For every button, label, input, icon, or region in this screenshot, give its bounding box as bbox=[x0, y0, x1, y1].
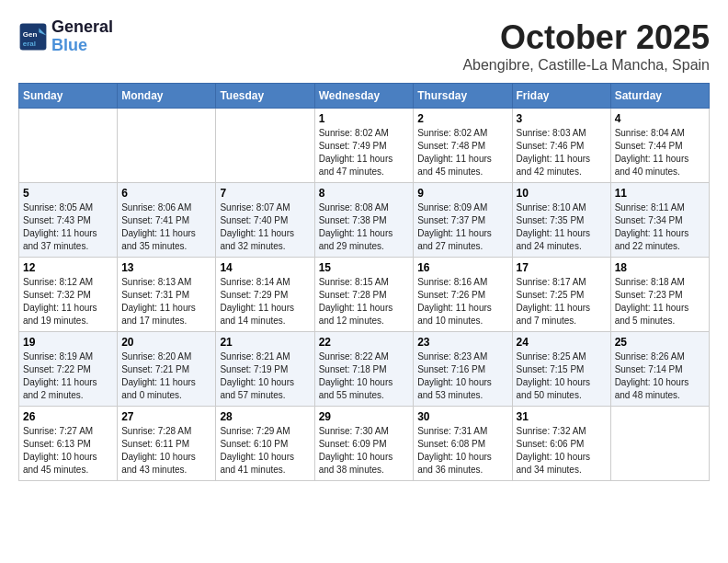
logo: Gen eral General Blue bbox=[18, 18, 113, 55]
day-number: 20 bbox=[121, 336, 211, 349]
calendar-cell: 10Sunrise: 8:10 AM Sunset: 7:35 PM Dayli… bbox=[512, 183, 610, 258]
weekday-header-wednesday: Wednesday bbox=[314, 84, 414, 109]
calendar-cell: 14Sunrise: 8:14 AM Sunset: 7:29 PM Dayli… bbox=[216, 258, 314, 332]
day-info: Sunrise: 8:05 AM Sunset: 7:43 PM Dayligh… bbox=[23, 201, 113, 253]
calendar-cell: 31Sunrise: 7:32 AM Sunset: 6:06 PM Dayli… bbox=[512, 407, 610, 481]
day-number: 14 bbox=[220, 261, 310, 274]
day-info: Sunrise: 8:09 AM Sunset: 7:37 PM Dayligh… bbox=[417, 201, 507, 253]
logo-text-line1: General bbox=[51, 18, 113, 37]
day-info: Sunrise: 8:20 AM Sunset: 7:21 PM Dayligh… bbox=[121, 350, 211, 402]
day-number: 12 bbox=[23, 261, 113, 274]
location-subtitle: Abengibre, Castille-La Mancha, Spain bbox=[462, 57, 710, 74]
day-number: 6 bbox=[121, 187, 211, 200]
calendar-cell: 27Sunrise: 7:28 AM Sunset: 6:11 PM Dayli… bbox=[118, 407, 216, 481]
calendar-cell: 30Sunrise: 7:31 AM Sunset: 6:08 PM Dayli… bbox=[414, 407, 512, 481]
day-number: 24 bbox=[517, 336, 607, 349]
logo-text-line2: Blue bbox=[51, 37, 113, 55]
calendar-cell: 28Sunrise: 7:29 AM Sunset: 6:10 PM Dayli… bbox=[216, 407, 314, 481]
weekday-header-sunday: Sunday bbox=[19, 84, 118, 109]
calendar-cell: 15Sunrise: 8:15 AM Sunset: 7:28 PM Dayli… bbox=[314, 258, 414, 332]
day-number: 1 bbox=[319, 112, 410, 125]
calendar-cell: 9Sunrise: 8:09 AM Sunset: 7:37 PM Daylig… bbox=[414, 183, 512, 258]
day-info: Sunrise: 7:30 AM Sunset: 6:09 PM Dayligh… bbox=[319, 425, 410, 477]
day-number: 28 bbox=[220, 410, 310, 423]
day-number: 22 bbox=[319, 336, 410, 349]
day-number: 13 bbox=[121, 261, 211, 274]
calendar-cell: 2Sunrise: 8:02 AM Sunset: 7:48 PM Daylig… bbox=[414, 109, 512, 183]
day-info: Sunrise: 8:03 AM Sunset: 7:46 PM Dayligh… bbox=[517, 127, 607, 178]
calendar-cell: 1Sunrise: 8:02 AM Sunset: 7:49 PM Daylig… bbox=[314, 109, 414, 183]
day-info: Sunrise: 8:16 AM Sunset: 7:26 PM Dayligh… bbox=[417, 276, 507, 327]
calendar-cell bbox=[216, 109, 314, 183]
day-number: 26 bbox=[23, 410, 113, 423]
day-info: Sunrise: 8:23 AM Sunset: 7:16 PM Dayligh… bbox=[417, 350, 507, 402]
day-info: Sunrise: 7:27 AM Sunset: 6:13 PM Dayligh… bbox=[23, 425, 113, 477]
day-number: 25 bbox=[615, 336, 705, 349]
calendar-cell: 16Sunrise: 8:16 AM Sunset: 7:26 PM Dayli… bbox=[414, 258, 512, 332]
day-number: 7 bbox=[220, 187, 310, 200]
calendar-cell: 12Sunrise: 8:12 AM Sunset: 7:32 PM Dayli… bbox=[19, 258, 118, 332]
day-info: Sunrise: 8:02 AM Sunset: 7:48 PM Dayligh… bbox=[417, 127, 507, 178]
day-info: Sunrise: 8:06 AM Sunset: 7:41 PM Dayligh… bbox=[121, 201, 211, 253]
calendar-cell bbox=[19, 109, 118, 183]
day-info: Sunrise: 8:07 AM Sunset: 7:40 PM Dayligh… bbox=[220, 201, 310, 253]
calendar-cell: 22Sunrise: 8:22 AM Sunset: 7:18 PM Dayli… bbox=[314, 332, 414, 407]
calendar-table: SundayMondayTuesdayWednesdayThursdayFrid… bbox=[18, 83, 710, 481]
day-info: Sunrise: 8:10 AM Sunset: 7:35 PM Dayligh… bbox=[517, 201, 607, 253]
day-number: 29 bbox=[319, 410, 410, 423]
calendar-cell: 13Sunrise: 8:13 AM Sunset: 7:31 PM Dayli… bbox=[118, 258, 216, 332]
day-info: Sunrise: 8:18 AM Sunset: 7:23 PM Dayligh… bbox=[615, 276, 705, 327]
day-info: Sunrise: 8:14 AM Sunset: 7:29 PM Dayligh… bbox=[220, 276, 310, 327]
day-info: Sunrise: 7:31 AM Sunset: 6:08 PM Dayligh… bbox=[417, 425, 507, 477]
weekday-header-friday: Friday bbox=[512, 84, 610, 109]
day-number: 23 bbox=[417, 336, 507, 349]
day-number: 17 bbox=[517, 261, 607, 274]
calendar-cell: 20Sunrise: 8:20 AM Sunset: 7:21 PM Dayli… bbox=[118, 332, 216, 407]
calendar-cell: 23Sunrise: 8:23 AM Sunset: 7:16 PM Dayli… bbox=[414, 332, 512, 407]
day-number: 18 bbox=[615, 261, 705, 274]
calendar-cell: 6Sunrise: 8:06 AM Sunset: 7:41 PM Daylig… bbox=[118, 183, 216, 258]
calendar-cell: 11Sunrise: 8:11 AM Sunset: 7:34 PM Dayli… bbox=[610, 183, 709, 258]
day-number: 16 bbox=[417, 261, 507, 274]
day-number: 21 bbox=[220, 336, 310, 349]
day-number: 31 bbox=[517, 410, 607, 423]
calendar-cell: 26Sunrise: 7:27 AM Sunset: 6:13 PM Dayli… bbox=[19, 407, 118, 481]
weekday-header-saturday: Saturday bbox=[610, 84, 709, 109]
weekday-header-tuesday: Tuesday bbox=[216, 84, 314, 109]
calendar-cell: 24Sunrise: 8:25 AM Sunset: 7:15 PM Dayli… bbox=[512, 332, 610, 407]
calendar-cell: 25Sunrise: 8:26 AM Sunset: 7:14 PM Dayli… bbox=[610, 332, 709, 407]
day-info: Sunrise: 8:26 AM Sunset: 7:14 PM Dayligh… bbox=[615, 350, 705, 402]
calendar-cell: 17Sunrise: 8:17 AM Sunset: 7:25 PM Dayli… bbox=[512, 258, 610, 332]
day-number: 19 bbox=[23, 336, 113, 349]
day-number: 9 bbox=[417, 187, 507, 200]
day-number: 10 bbox=[517, 187, 607, 200]
calendar-cell: 7Sunrise: 8:07 AM Sunset: 7:40 PM Daylig… bbox=[216, 183, 314, 258]
svg-text:eral: eral bbox=[23, 39, 36, 47]
day-info: Sunrise: 8:15 AM Sunset: 7:28 PM Dayligh… bbox=[319, 276, 410, 327]
weekday-header-thursday: Thursday bbox=[414, 84, 512, 109]
day-info: Sunrise: 8:22 AM Sunset: 7:18 PM Dayligh… bbox=[319, 350, 410, 402]
day-number: 5 bbox=[23, 187, 113, 200]
day-number: 4 bbox=[615, 112, 705, 125]
day-info: Sunrise: 7:29 AM Sunset: 6:10 PM Dayligh… bbox=[220, 425, 310, 477]
day-info: Sunrise: 8:13 AM Sunset: 7:31 PM Dayligh… bbox=[121, 276, 211, 327]
day-number: 3 bbox=[517, 112, 607, 125]
day-info: Sunrise: 8:17 AM Sunset: 7:25 PM Dayligh… bbox=[517, 276, 607, 327]
day-info: Sunrise: 7:28 AM Sunset: 6:11 PM Dayligh… bbox=[121, 425, 211, 477]
day-info: Sunrise: 8:04 AM Sunset: 7:44 PM Dayligh… bbox=[615, 127, 705, 178]
day-number: 27 bbox=[121, 410, 211, 423]
calendar-cell: 8Sunrise: 8:08 AM Sunset: 7:38 PM Daylig… bbox=[314, 183, 414, 258]
calendar-cell bbox=[610, 407, 709, 481]
calendar-cell bbox=[118, 109, 216, 183]
day-info: Sunrise: 8:08 AM Sunset: 7:38 PM Dayligh… bbox=[319, 201, 410, 253]
weekday-header-monday: Monday bbox=[118, 84, 216, 109]
day-number: 11 bbox=[615, 187, 705, 200]
calendar-cell: 5Sunrise: 8:05 AM Sunset: 7:43 PM Daylig… bbox=[19, 183, 118, 258]
day-info: Sunrise: 8:19 AM Sunset: 7:22 PM Dayligh… bbox=[23, 350, 113, 402]
month-title: October 2025 bbox=[462, 18, 710, 57]
calendar-cell: 18Sunrise: 8:18 AM Sunset: 7:23 PM Dayli… bbox=[610, 258, 709, 332]
day-number: 2 bbox=[417, 112, 507, 125]
day-number: 15 bbox=[319, 261, 410, 274]
day-info: Sunrise: 8:21 AM Sunset: 7:19 PM Dayligh… bbox=[220, 350, 310, 402]
day-info: Sunrise: 8:11 AM Sunset: 7:34 PM Dayligh… bbox=[615, 201, 705, 253]
